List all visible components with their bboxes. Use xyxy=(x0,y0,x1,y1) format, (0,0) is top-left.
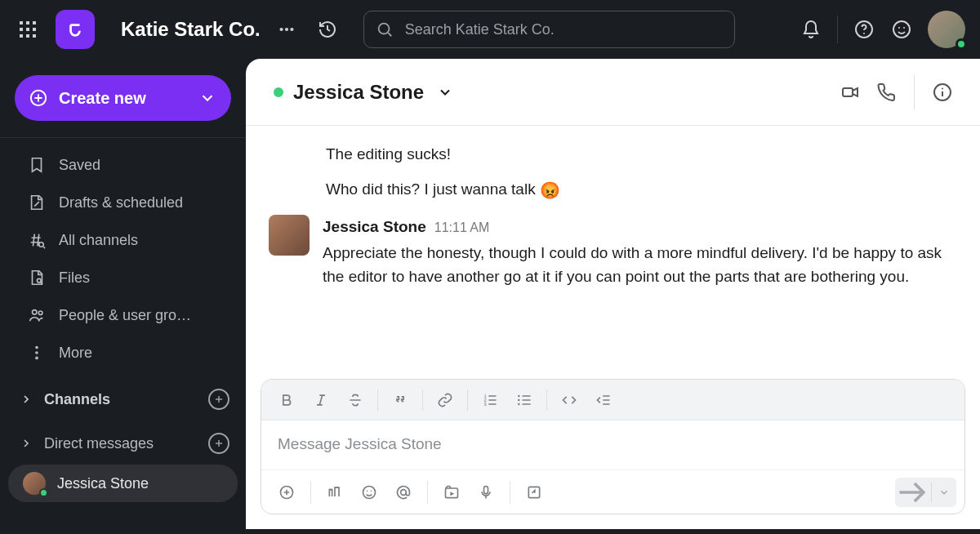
presence-indicator xyxy=(274,87,283,97)
bookmark-icon xyxy=(28,156,46,174)
sidebar-item-label: All channels xyxy=(59,232,138,249)
send-button[interactable] xyxy=(895,478,931,507)
link-button[interactable] xyxy=(428,385,462,416)
search-input[interactable] xyxy=(405,21,723,38)
ordered-list-button[interactable]: 123 xyxy=(473,385,507,416)
svg-point-9 xyxy=(279,28,283,31)
sidebar-item-people[interactable]: People & user gro… xyxy=(7,298,239,332)
toolbar-separator xyxy=(510,481,510,504)
chat-panel: Jessica Stone The editing sucks! Wh xyxy=(246,59,980,529)
section-direct-messages[interactable]: Direct messages xyxy=(0,427,246,460)
attach-button[interactable] xyxy=(270,477,304,508)
emoji-reaction-icon[interactable] xyxy=(885,13,918,46)
add-dm-button[interactable] xyxy=(208,433,229,454)
mention-button[interactable] xyxy=(386,477,421,508)
search-icon xyxy=(376,20,394,38)
section-channels[interactable]: Channels xyxy=(0,383,246,416)
apps-grid-icon[interactable] xyxy=(11,13,44,46)
message-line: Who did this? I just wanna talk xyxy=(326,180,536,198)
sidebar-item-more[interactable]: More xyxy=(7,336,239,370)
section-title: Direct messages xyxy=(44,435,197,452)
message-author[interactable]: Jessica Stone xyxy=(323,215,426,238)
sidebar-item-label: People & user gro… xyxy=(59,307,191,324)
svg-point-53 xyxy=(518,394,520,397)
svg-point-64 xyxy=(371,490,372,492)
svg-point-28 xyxy=(35,346,38,349)
sidebar-separator xyxy=(0,137,246,138)
svg-rect-4 xyxy=(26,28,29,31)
codeblock-button[interactable] xyxy=(586,385,621,416)
svg-point-10 xyxy=(285,28,288,31)
video-clip-button[interactable] xyxy=(434,477,469,508)
workspace-menu-icon[interactable] xyxy=(270,13,303,46)
message-body: Appreciate the honesty, though I could d… xyxy=(323,241,957,289)
sidebar-item-files[interactable]: Files xyxy=(7,260,239,295)
search-bar[interactable] xyxy=(363,11,735,48)
format-toolbar: 123 xyxy=(261,380,964,421)
dm-avatar xyxy=(23,472,46,495)
help-icon[interactable] xyxy=(848,13,880,46)
audio-clip-button[interactable] xyxy=(469,477,503,508)
italic-button[interactable] xyxy=(304,385,338,416)
svg-point-62 xyxy=(363,486,376,498)
info-icon[interactable] xyxy=(926,76,959,109)
svg-rect-1 xyxy=(26,21,29,24)
bold-button[interactable] xyxy=(270,385,304,416)
svg-point-18 xyxy=(903,27,905,29)
svg-rect-68 xyxy=(484,486,488,493)
sidebar-item-all-channels[interactable]: All channels xyxy=(7,223,239,257)
chevron-right-icon xyxy=(20,393,33,406)
svg-point-16 xyxy=(893,21,910,38)
section-title: Channels xyxy=(44,391,197,408)
svg-point-65 xyxy=(401,489,407,495)
divider xyxy=(837,16,838,43)
svg-rect-35 xyxy=(843,88,853,96)
send-options-button[interactable] xyxy=(932,478,956,507)
sidebar-item-saved[interactable]: Saved xyxy=(7,148,239,182)
angry-emoji: 😡 xyxy=(540,181,560,199)
svg-point-29 xyxy=(35,351,38,354)
user-avatar[interactable] xyxy=(928,11,965,48)
chevron-right-icon xyxy=(20,437,33,450)
svg-point-17 xyxy=(898,27,900,29)
chevron-down-icon[interactable] xyxy=(437,84,453,100)
sidebar-item-drafts[interactable]: Drafts & scheduled xyxy=(7,185,239,220)
code-button[interactable] xyxy=(552,385,586,416)
text-format-button[interactable] xyxy=(318,477,352,508)
workspace-name[interactable]: Katie Stark Co. xyxy=(121,18,261,41)
bullet-list-button[interactable] xyxy=(507,385,541,416)
toolbar-separator xyxy=(310,481,311,504)
strikethrough-button[interactable] xyxy=(338,385,372,416)
svg-text:3: 3 xyxy=(484,401,487,406)
chat-title[interactable]: Jessica Stone xyxy=(293,81,424,104)
svg-marker-36 xyxy=(853,88,858,96)
message-input[interactable] xyxy=(278,435,948,453)
sidebar-item-label: Files xyxy=(59,269,90,287)
dm-item-active[interactable]: Jessica Stone xyxy=(8,465,238,502)
composer-bottom-bar xyxy=(261,469,964,514)
svg-point-24 xyxy=(37,278,41,283)
svg-rect-6 xyxy=(20,34,23,38)
create-new-label: Create new xyxy=(59,89,187,108)
sidebar-item-label: Drafts & scheduled xyxy=(59,194,183,211)
shortcuts-button[interactable] xyxy=(517,477,551,508)
video-call-icon[interactable] xyxy=(834,76,866,109)
add-channel-button[interactable] xyxy=(208,389,229,410)
emoji-button[interactable] xyxy=(352,477,386,508)
app-logo[interactable] xyxy=(56,10,95,49)
presence-indicator xyxy=(39,488,48,497)
message-avatar[interactable] xyxy=(269,215,310,256)
sidebar-item-label: More xyxy=(59,345,92,362)
blockquote-button[interactable] xyxy=(383,385,417,416)
history-icon[interactable] xyxy=(311,13,344,46)
create-new-button[interactable]: Create new xyxy=(15,75,231,121)
message-line: The editing sucks! xyxy=(326,142,957,166)
toolbar-separator xyxy=(546,389,547,411)
notifications-icon[interactable] xyxy=(795,13,827,46)
presence-indicator xyxy=(956,38,967,50)
svg-line-23 xyxy=(43,247,45,248)
phone-call-icon[interactable] xyxy=(870,76,902,109)
file-icon xyxy=(28,269,46,287)
svg-rect-2 xyxy=(33,21,36,24)
svg-point-55 xyxy=(518,403,520,405)
